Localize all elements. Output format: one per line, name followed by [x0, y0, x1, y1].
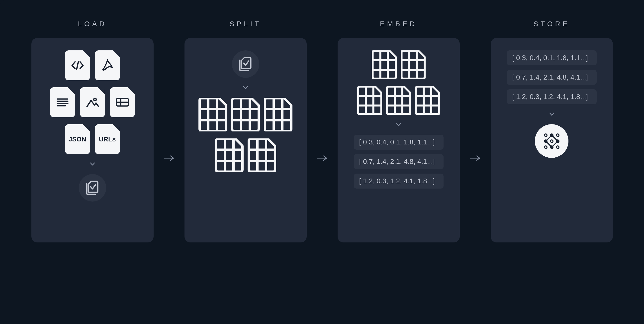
arrow-right-icon	[317, 155, 328, 162]
arrow-right-icon	[164, 155, 174, 162]
arrow-right-icon	[470, 155, 481, 162]
image-file-icon	[80, 87, 105, 117]
svg-point-6	[550, 140, 553, 142]
table-file-icon	[110, 87, 135, 117]
stored-vector: [ 0.3, 0.4, 0.1, 1.8, 1.1...]	[507, 50, 597, 65]
json-file-icon: JSON	[65, 124, 90, 154]
embedding-vector: [ 1.2, 0.3, 1.2, 4.1, 1.8...]	[354, 174, 444, 189]
caret-down-icon	[90, 161, 96, 167]
svg-point-4	[556, 134, 559, 136]
stage-label-load: LOAD	[78, 20, 107, 28]
chunk-icon	[198, 98, 227, 131]
panel-store: [ 0.3, 0.4, 0.1, 1.8, 1.1...] [ 0.7, 1.4…	[491, 38, 613, 242]
svg-point-0	[94, 98, 96, 101]
code-file-icon	[65, 50, 90, 80]
chunk-icon	[264, 98, 292, 131]
urls-file-label: URLs	[99, 135, 116, 143]
chunk-icon	[415, 86, 440, 115]
stage-store: STORE [ 0.3, 0.4, 0.1, 1.8, 1.1...] [ 0.…	[491, 20, 613, 242]
panel-embed: [ 0.3, 0.4, 0.1, 1.8, 1.1...] [ 0.7, 1.4…	[338, 38, 460, 242]
chunk-icon	[357, 86, 382, 115]
loaded-docs-icon	[79, 174, 106, 202]
stage-label-store: STORE	[534, 20, 570, 28]
stage-embed: EMBED [ 0.3, 0.4, 0.1, 1.8, 1.1...] [ 0.…	[338, 20, 460, 242]
panel-load: JSON URLs	[32, 38, 154, 242]
chunk-icon	[248, 138, 276, 172]
caret-down-icon	[549, 111, 555, 117]
pipeline-diagram: LOAD	[0, 0, 644, 324]
chunk-icon	[372, 50, 397, 79]
svg-point-8	[544, 146, 547, 148]
stored-vector: [ 0.7, 1.4, 2.1, 4.8, 4.1...]	[507, 70, 597, 85]
urls-file-icon: URLs	[95, 124, 120, 154]
svg-point-2	[544, 134, 547, 136]
vector-store-icon	[535, 124, 568, 158]
svg-point-10	[556, 146, 559, 148]
panel-split	[184, 38, 307, 242]
chunk-icon	[215, 138, 244, 172]
pdf-file-icon	[95, 50, 120, 80]
stage-label-embed: EMBED	[380, 20, 417, 28]
stage-label-split: SPLIT	[230, 20, 262, 28]
text-file-icon	[50, 87, 75, 117]
split-input-icon	[232, 50, 259, 78]
caret-down-icon	[396, 122, 402, 128]
stage-split: SPLIT	[184, 20, 307, 242]
chunk-icon	[231, 98, 260, 131]
stored-vector: [ 1.2, 0.3, 1.2, 4.1, 1.8...]	[507, 89, 597, 104]
chunk-icon	[386, 86, 411, 115]
embedding-vector: [ 0.7, 1.4, 2.1, 4.8, 4.1...]	[354, 154, 444, 169]
json-file-label: JSON	[68, 135, 86, 143]
chunk-icon	[401, 50, 426, 79]
caret-down-icon	[242, 85, 248, 91]
stage-load: LOAD	[32, 20, 154, 242]
embedding-vector: [ 0.3, 0.4, 0.1, 1.8, 1.1...]	[354, 135, 444, 150]
